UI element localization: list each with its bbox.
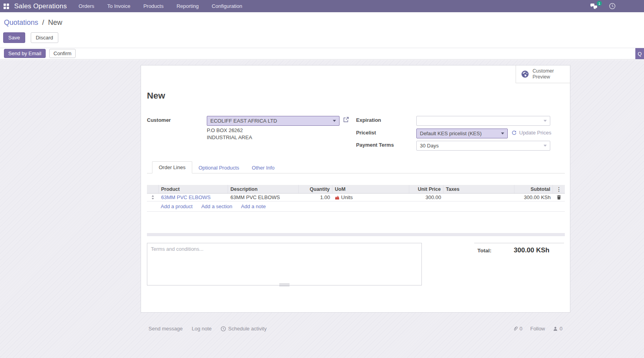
col-subtotal[interactable]: Subtotal — [514, 185, 553, 193]
tab-other-info[interactable]: Other Info — [245, 162, 281, 173]
send-message-button[interactable]: Send message — [148, 326, 183, 332]
control-panel-buttons: Save Discard — [3, 32, 58, 43]
payment-terms-label: Payment Terms — [356, 142, 394, 148]
breadcrumb-current: New — [48, 19, 62, 26]
description-cell[interactable]: 63MM PVC ELBOWS — [228, 194, 299, 200]
section-separator — [147, 233, 565, 236]
log-note-button[interactable]: Log note — [192, 326, 212, 332]
table-add-row: Add a product Add a section Add a note — [147, 201, 565, 212]
expiration-label: Expiration — [356, 117, 381, 123]
menu-reporting[interactable]: Reporting — [176, 3, 199, 9]
payment-terms-value: 30 Days — [420, 143, 439, 149]
statusbar: Send by Email Confirm Q — [0, 48, 644, 60]
tab-order-lines[interactable]: Order Lines — [152, 161, 192, 173]
followers-button[interactable]: 0 — [553, 326, 562, 332]
chevron-down-icon — [544, 145, 547, 147]
breadcrumb-quotations[interactable]: Quotations — [4, 19, 38, 26]
totals-footer: Total: 300.00 KSh — [474, 243, 564, 254]
order-line-row[interactable]: 63MM PVC ELBOWS 63MM PVC ELBOWS 1.00 Uni… — [147, 194, 565, 201]
activities-clock-icon[interactable] — [609, 3, 616, 9]
customer-address-line1: P.O BOX 26262 — [207, 127, 243, 133]
main-menu: Orders To Invoice Products Reporting Con… — [79, 3, 242, 9]
col-unit-price[interactable]: Unit Price — [409, 185, 444, 193]
add-a-note-link[interactable]: Add a note — [241, 203, 266, 209]
total-label: Total: — [477, 248, 492, 254]
globe-icon — [521, 70, 529, 78]
schedule-activity-label: Schedule activity — [228, 326, 267, 332]
col-product[interactable]: Product — [159, 185, 228, 193]
pricelist-value: Default KES pricelist (KES) — [420, 131, 482, 136]
followers-count: 0 — [560, 326, 562, 332]
stage-quotation-truncated[interactable]: Q — [635, 48, 644, 59]
product-link[interactable]: 63MM PVC ELBOWS — [161, 194, 211, 200]
customer-address-line2: INDUSTRIAL AREA — [207, 134, 252, 140]
navbar-right: 1 — [590, 3, 616, 9]
chevron-down-icon — [333, 120, 336, 122]
app-window: Sales Operations Orders To Invoice Produ… — [0, 0, 644, 358]
unit-price-cell[interactable]: 300.00 — [409, 194, 444, 200]
top-navbar: Sales Operations Orders To Invoice Produ… — [0, 0, 644, 12]
app-title: Sales Operations — [14, 2, 67, 10]
col-description[interactable]: Description — [228, 185, 299, 193]
subtotal-cell: 300.00 KSh — [514, 194, 553, 200]
refresh-icon — [512, 130, 517, 135]
textarea-resize-grip[interactable] — [279, 283, 290, 286]
discard-button[interactable]: Discard — [31, 32, 58, 43]
col-uom[interactable]: UoM — [332, 185, 409, 193]
clock-icon — [221, 326, 226, 332]
record-title: New — [147, 91, 165, 101]
pricelist-label: Pricelist — [356, 130, 376, 136]
col-taxes[interactable]: Taxes — [444, 185, 514, 193]
breadcrumb-separator: / — [42, 19, 44, 26]
breadcrumb: Quotations / New — [4, 19, 62, 27]
messages-badge: 1 — [597, 1, 602, 6]
forecast-warning-icon[interactable] — [335, 195, 340, 200]
send-by-email-button[interactable]: Send by Email — [4, 49, 46, 58]
col-quantity[interactable]: Quantity — [299, 185, 332, 193]
chevron-down-icon — [501, 132, 504, 134]
paperclip-icon — [513, 326, 518, 331]
add-a-section-link[interactable]: Add a section — [201, 203, 232, 209]
add-a-product-link[interactable]: Add a product — [161, 203, 193, 209]
customer-preview-button[interactable]: Customer Preview — [516, 65, 570, 83]
pricelist-select[interactable]: Default KES pricelist (KES) — [416, 129, 508, 138]
update-prices-button[interactable]: Update Prices — [512, 130, 551, 136]
messages-icon[interactable]: 1 — [590, 3, 598, 9]
chevron-down-icon — [544, 120, 547, 122]
customer-select[interactable]: ECOLIFF EAST AFRICA LTD — [207, 116, 340, 126]
tab-optional-products[interactable]: Optional Products — [192, 162, 245, 173]
terms-and-conditions-input[interactable] — [147, 243, 422, 285]
payment-terms-select[interactable]: 30 Days — [416, 141, 550, 151]
attachments-button[interactable]: 0 — [513, 326, 522, 332]
optional-columns-icon[interactable]: ⋮ — [556, 186, 562, 192]
uom-value: Units — [341, 194, 353, 200]
chatter-bar: Send message Log note Schedule activity — [141, 326, 570, 332]
uom-cell[interactable]: Units — [332, 194, 409, 200]
total-value: 300.00 KSh — [514, 246, 549, 254]
customer-label: Customer — [147, 117, 171, 123]
attachments-count: 0 — [520, 326, 522, 332]
update-prices-label: Update Prices — [519, 130, 551, 136]
quantity-cell[interactable]: 1.00 — [299, 194, 332, 200]
customer-preview-label: Customer Preview — [533, 68, 561, 80]
form-sheet: Customer Preview New Customer ECOLIFF EA… — [141, 65, 570, 313]
notebook-tabs: Order Lines Optional Products Other Info — [147, 161, 565, 173]
follow-button[interactable]: Follow — [530, 326, 545, 332]
person-icon — [553, 326, 558, 331]
menu-products[interactable]: Products — [143, 3, 163, 9]
confirm-button[interactable]: Confirm — [49, 49, 76, 58]
save-button[interactable]: Save — [3, 32, 25, 43]
menu-configuration[interactable]: Configuration — [212, 3, 242, 9]
delete-row-icon[interactable] — [557, 195, 561, 200]
apps-grid-icon[interactable] — [4, 4, 9, 9]
form-view-background: Customer Preview New Customer ECOLIFF EA… — [0, 60, 644, 358]
menu-to-invoice[interactable]: To Invoice — [107, 3, 130, 9]
customer-value: ECOLIFF EAST AFRICA LTD — [210, 118, 277, 124]
schedule-activity-button[interactable]: Schedule activity — [221, 326, 267, 332]
expiration-input[interactable] — [416, 116, 550, 126]
external-link-icon[interactable] — [343, 117, 349, 123]
drag-handle-icon[interactable] — [152, 195, 154, 200]
order-lines-table: Product Description Quantity UoM Unit Pr… — [147, 185, 565, 212]
table-header-row: Product Description Quantity UoM Unit Pr… — [147, 185, 565, 194]
menu-orders[interactable]: Orders — [79, 3, 95, 9]
